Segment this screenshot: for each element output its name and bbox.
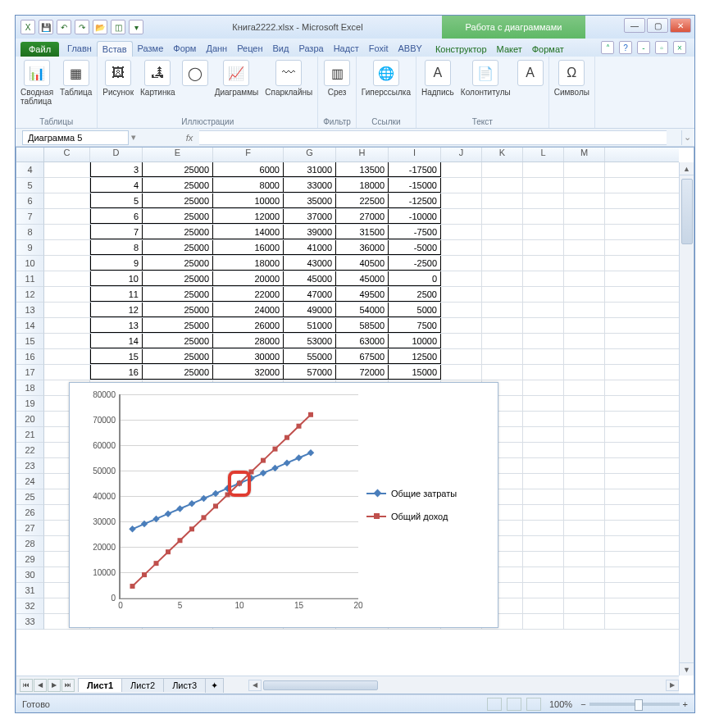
cell[interactable] xyxy=(44,365,90,380)
cell[interactable] xyxy=(44,271,90,286)
cell[interactable]: 49500 xyxy=(336,287,389,302)
cell[interactable]: 40500 xyxy=(336,256,389,271)
ribbon-tab[interactable]: Форм xyxy=(168,41,201,57)
sheet-tab[interactable]: Лист2 xyxy=(121,678,164,692)
cell[interactable] xyxy=(564,412,605,426)
minimize-ribbon-icon[interactable]: ˄ xyxy=(601,41,614,54)
doc-restore-icon[interactable]: ▫ xyxy=(655,41,668,54)
new-icon[interactable]: ◫ xyxy=(111,20,125,34)
sheet-tab[interactable]: Лист3 xyxy=(163,678,206,692)
cell[interactable]: 6 xyxy=(90,209,143,224)
cell[interactable]: 7500 xyxy=(389,318,441,333)
cell[interactable] xyxy=(482,162,523,177)
cell[interactable]: 15000 xyxy=(389,365,441,380)
cell[interactable] xyxy=(523,240,564,255)
column-header[interactable]: J xyxy=(441,148,482,162)
cell[interactable]: 43000 xyxy=(284,256,336,271)
cell[interactable]: 33000 xyxy=(284,178,336,193)
cell[interactable]: 20000 xyxy=(213,271,284,286)
cell[interactable]: 0 xyxy=(389,271,441,286)
cell[interactable] xyxy=(523,614,564,629)
cell[interactable]: 18000 xyxy=(336,178,389,193)
ribbon-button[interactable]: 🌐Гиперссылка xyxy=(362,60,411,97)
context-tab[interactable]: Макет xyxy=(492,42,527,57)
hscroll-right-icon[interactable]: ▶ xyxy=(666,680,679,691)
embedded-chart[interactable]: 0100002000030000400005000060000700008000… xyxy=(69,382,498,628)
row-header[interactable]: 15 xyxy=(16,334,44,349)
cell[interactable] xyxy=(523,552,564,566)
cell[interactable]: 45000 xyxy=(284,271,336,286)
cell[interactable] xyxy=(523,287,564,302)
ribbon-button[interactable]: ▥Срез xyxy=(324,60,350,97)
cell[interactable]: -12500 xyxy=(389,193,441,208)
doc-minimize-icon[interactable]: - xyxy=(637,41,650,54)
cell[interactable] xyxy=(441,303,482,317)
cell[interactable]: 49000 xyxy=(284,303,336,317)
cell[interactable] xyxy=(523,412,564,426)
cell[interactable] xyxy=(564,303,605,317)
cell[interactable] xyxy=(523,209,564,224)
row-header[interactable]: 20 xyxy=(16,412,44,427)
cell[interactable]: 5000 xyxy=(389,303,441,317)
sheet-nav-first-icon[interactable]: ⏮ xyxy=(20,679,33,692)
cell[interactable]: 25000 xyxy=(143,303,213,317)
cell[interactable] xyxy=(44,162,90,177)
cell[interactable]: 16 xyxy=(90,365,143,380)
cell[interactable]: 32000 xyxy=(213,365,284,380)
cell[interactable]: 6000 xyxy=(213,162,284,177)
cell[interactable]: 10000 xyxy=(213,193,284,208)
cell[interactable] xyxy=(564,552,605,566)
cell[interactable] xyxy=(523,443,564,457)
cell[interactable]: 25000 xyxy=(143,334,213,348)
column-header[interactable]: C xyxy=(44,148,90,162)
cell[interactable] xyxy=(441,287,482,302)
name-box[interactable]: Диаграмма 5 xyxy=(22,130,129,145)
cell[interactable]: 72000 xyxy=(336,365,389,380)
cell[interactable] xyxy=(44,225,90,239)
cell[interactable] xyxy=(564,614,605,629)
cell[interactable]: 26000 xyxy=(213,318,284,333)
ribbon-button[interactable]: 📈Диаграммы xyxy=(215,60,259,97)
cell[interactable] xyxy=(44,349,90,364)
view-pagebreak-icon[interactable] xyxy=(526,698,541,711)
formula-bar-expand-icon[interactable]: ⌄ xyxy=(681,130,693,145)
cell[interactable]: 25000 xyxy=(143,287,213,302)
cell[interactable]: 31500 xyxy=(336,225,389,239)
cell[interactable]: 58500 xyxy=(336,318,389,333)
row-header[interactable]: 4 xyxy=(16,162,44,178)
row-header[interactable]: 6 xyxy=(16,193,44,209)
cell[interactable] xyxy=(564,443,605,457)
cell[interactable] xyxy=(44,178,90,193)
cell[interactable]: 35000 xyxy=(284,193,336,208)
cell[interactable] xyxy=(523,567,564,582)
cell[interactable] xyxy=(564,334,605,348)
tab-file[interactable]: Файл xyxy=(20,42,59,57)
ribbon-tab[interactable]: Данн xyxy=(201,41,232,57)
ribbon-button[interactable]: 〰Спарклайны xyxy=(265,60,312,97)
cell[interactable] xyxy=(44,318,90,333)
cell[interactable] xyxy=(523,598,564,613)
ribbon-tab[interactable]: Разме xyxy=(133,41,169,57)
cell[interactable] xyxy=(441,334,482,348)
cell[interactable] xyxy=(564,365,605,380)
row-header[interactable]: 30 xyxy=(16,567,44,583)
cell[interactable] xyxy=(441,225,482,239)
cell[interactable] xyxy=(482,240,523,255)
column-header[interactable]: I xyxy=(389,148,441,162)
view-normal-icon[interactable] xyxy=(487,698,502,711)
cell[interactable]: 14000 xyxy=(213,225,284,239)
view-layout-icon[interactable] xyxy=(507,698,521,711)
cell[interactable]: 27000 xyxy=(336,209,389,224)
cell[interactable] xyxy=(523,583,564,598)
cell[interactable] xyxy=(44,334,90,348)
ribbon-tab[interactable]: Главн xyxy=(62,41,97,57)
row-header[interactable]: 11 xyxy=(16,271,44,287)
minimize-button[interactable]: — xyxy=(624,18,645,33)
cell[interactable] xyxy=(564,287,605,302)
ribbon-tab[interactable]: Рецен xyxy=(232,41,267,57)
cell[interactable] xyxy=(482,287,523,302)
cell[interactable]: -2500 xyxy=(389,256,441,271)
cell[interactable] xyxy=(523,303,564,317)
cell[interactable] xyxy=(523,521,564,535)
undo-icon[interactable]: ↶ xyxy=(57,20,71,34)
